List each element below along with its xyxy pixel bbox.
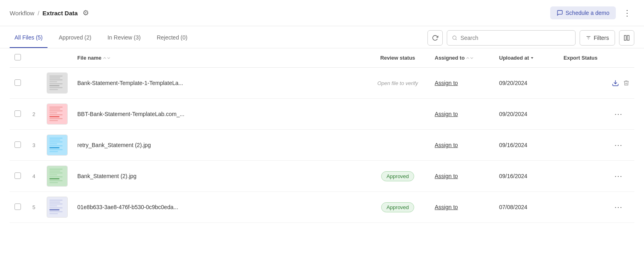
header-actions: Schedule a demo ⋮ — [550, 6, 634, 19]
svg-rect-52 — [50, 212, 63, 212]
tab-approved[interactable]: Approved (2) — [54, 28, 96, 48]
svg-rect-31 — [50, 143, 57, 144]
filter-icon — [586, 35, 591, 41]
breadcrumb: Workflow / Extract Data ⚙ — [10, 7, 91, 19]
svg-rect-33 — [50, 147, 60, 148]
row-filename[interactable]: 01e8b633-3ae8-476f-b530-0c9bc0eda... — [72, 192, 365, 223]
tab-all-files[interactable]: All Files (5) — [10, 28, 47, 48]
row-checkbox-2[interactable] — [14, 110, 21, 117]
assign-to-link[interactable]: Assign to — [435, 142, 458, 148]
th-uploaded-at[interactable]: Uploaded at — [494, 48, 559, 68]
row-more-button[interactable]: ⋯ — [612, 139, 625, 151]
schedule-demo-button[interactable]: Schedule a demo — [550, 6, 616, 19]
row-assign-to[interactable]: Assign to — [430, 68, 494, 99]
assigned-sort[interactable]: Assigned to — [435, 55, 474, 61]
filename-sort-icon2 — [106, 56, 111, 60]
tab-rejected[interactable]: Rejected (0) — [152, 28, 192, 48]
assign-to-link[interactable]: Assign to — [435, 111, 458, 117]
row-export-status — [559, 130, 607, 161]
svg-rect-16 — [50, 89, 58, 90]
row-more-button[interactable]: ⋯ — [612, 201, 625, 213]
svg-rect-41 — [50, 176, 63, 177]
search-box — [447, 30, 576, 46]
row-filename[interactable]: Bank-Statement-Template-1-TemplateLa... — [72, 68, 365, 99]
th-assigned-to[interactable]: Assigned to — [430, 48, 494, 68]
svg-rect-46 — [50, 200, 63, 201]
row-filename[interactable]: BBT-Bank-Statement-TemplateLab.com_... — [72, 99, 365, 130]
row-thumbnail[interactable] — [42, 99, 72, 130]
row-more-button[interactable]: ⋯ — [612, 108, 625, 120]
row-review-status[interactable]: Open file to verify — [365, 68, 430, 99]
row-thumbnail[interactable] — [42, 130, 72, 161]
assigned-sort-icon2 — [469, 56, 474, 60]
row-checkbox-3[interactable] — [14, 141, 21, 148]
svg-rect-13 — [50, 83, 63, 84]
row-actions: ⋯ — [607, 99, 634, 130]
svg-point-0 — [453, 36, 456, 39]
settings-button[interactable]: ⚙ — [81, 7, 91, 19]
toolbar: Filters — [427, 30, 634, 46]
row-review-status — [365, 99, 430, 130]
svg-rect-53 — [50, 213, 58, 214]
columns-button[interactable] — [619, 30, 634, 46]
row-more-button[interactable]: ⋯ — [612, 170, 625, 182]
row-number: 5 — [26, 192, 42, 223]
uploaded-sort[interactable]: Uploaded at — [499, 55, 535, 61]
tabs-bar: All Files (5) Approved (2) In Review (3)… — [0, 28, 644, 48]
row-assign-to[interactable]: Assign to — [430, 192, 494, 223]
row-number: 4 — [26, 161, 42, 192]
svg-rect-49 — [50, 206, 57, 206]
search-input[interactable] — [460, 35, 570, 41]
th-review-status: Review status — [365, 48, 430, 68]
open-verify-link[interactable]: Open file to verify — [377, 80, 418, 86]
svg-rect-34 — [50, 149, 63, 150]
chat-icon — [557, 10, 563, 16]
assign-to-link[interactable]: Assign to — [435, 80, 458, 86]
svg-rect-32 — [50, 145, 63, 146]
table-row: 4 Bank_Statement (2).jpgApprovedAssign t… — [10, 161, 634, 192]
row-thumbnail[interactable] — [42, 192, 72, 223]
row-assign-to[interactable]: Assign to — [430, 130, 494, 161]
th-filename[interactable]: File name — [72, 48, 365, 68]
breadcrumb-workflow[interactable]: Workflow — [10, 10, 34, 17]
approved-badge: Approved — [381, 202, 414, 212]
row-actions — [607, 68, 634, 99]
svg-rect-28 — [50, 138, 63, 139]
row-thumbnail[interactable] — [42, 161, 72, 192]
select-all-checkbox[interactable] — [14, 54, 21, 60]
files-table: File name Review status Assigned to — [10, 48, 634, 223]
row-review-status: Approved — [365, 161, 430, 192]
svg-rect-20 — [50, 109, 60, 110]
row-filename[interactable]: Bank_Statement (2).jpg — [72, 161, 365, 192]
svg-rect-42 — [50, 179, 60, 179]
assign-to-link[interactable]: Assign to — [435, 173, 458, 179]
table-row: 3 retry_Bank_Statement (2).jpgAssign to0… — [10, 130, 634, 161]
filename-sort[interactable]: File name — [77, 55, 111, 61]
download-icon[interactable] — [612, 79, 619, 87]
row-filename[interactable]: retry_Bank_Statement (2).jpg — [72, 130, 365, 161]
svg-rect-37 — [50, 169, 63, 170]
row-number: 3 — [26, 130, 42, 161]
row-thumbnail[interactable] — [42, 68, 72, 99]
assign-to-link[interactable]: Assign to — [435, 204, 458, 210]
svg-rect-43 — [50, 181, 63, 181]
uploaded-sort-icon-active — [530, 56, 535, 60]
filters-button[interactable]: Filters — [580, 30, 615, 46]
svg-rect-10 — [50, 78, 60, 79]
row-checkbox-1[interactable] — [14, 79, 21, 86]
svg-rect-39 — [50, 172, 63, 173]
refresh-button[interactable] — [427, 30, 443, 46]
more-options-button[interactable]: ⋮ — [620, 6, 634, 19]
tab-in-review[interactable]: In Review (3) — [103, 28, 145, 48]
row-checkbox-5[interactable] — [14, 203, 21, 210]
svg-rect-23 — [50, 114, 63, 115]
row-assign-to[interactable]: Assign to — [430, 99, 494, 130]
svg-rect-15 — [50, 87, 63, 88]
row-assign-to[interactable]: Assign to — [430, 161, 494, 192]
row-export-status — [559, 161, 607, 192]
delete-icon[interactable] — [623, 80, 630, 86]
row-checkbox-4[interactable] — [14, 172, 21, 179]
breadcrumb-current: Extract Data — [43, 10, 78, 17]
svg-rect-24 — [50, 116, 60, 117]
svg-rect-14 — [50, 85, 60, 86]
